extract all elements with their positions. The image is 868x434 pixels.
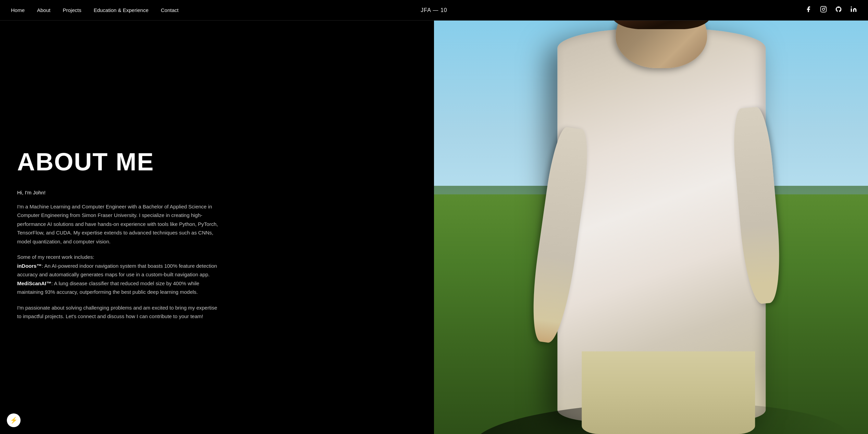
nav-links-left: Home About Projects Education & Experien… [11,7,178,13]
bottom-badge[interactable]: ⚡ [7,413,21,427]
nav-education[interactable]: Education & Experience [94,7,148,13]
svg-point-2 [824,7,826,8]
svg-rect-0 [821,7,827,12]
nav-home[interactable]: Home [11,7,25,13]
svg-point-3 [851,7,852,8]
person-hair [611,21,712,29]
about-body: I'm a Machine Learning and Computer Engi… [17,202,223,321]
person-head [616,21,707,68]
project1-name: inDoors™ [17,263,42,269]
recent-works-intro: Some of my recent work includes: inDoors… [17,253,223,297]
project2-name: MediScanAI™ [17,280,51,286]
about-title: ABOUT ME [17,148,417,176]
greeting-text: Hi, I'm John! [17,190,417,195]
closing-paragraph: I'm passionate about solving challenging… [17,303,223,321]
bio-paragraph: I'm a Machine Learning and Computer Engi… [17,202,223,246]
nav-about[interactable]: About [37,7,50,13]
person-pants [582,351,755,434]
about-content: ABOUT ME Hi, I'm John! I'm a Machine Lea… [0,21,434,434]
main-nav: Home About Projects Education & Experien… [0,0,868,21]
instagram-icon[interactable] [820,6,827,14]
github-icon[interactable] [835,6,842,14]
hero-image-panel [434,21,868,434]
hero-scene [434,21,868,434]
linkedin-icon[interactable] [850,6,857,14]
nav-contact[interactable]: Contact [161,7,179,13]
nav-brand: JFA — 10 [421,7,447,13]
nav-projects[interactable]: Projects [63,7,81,13]
page-container: ABOUT ME Hi, I'm John! I'm a Machine Lea… [0,0,868,434]
facebook-icon[interactable] [805,6,812,14]
project1-desc: : An AI-powered indoor navigation system… [17,263,217,278]
nav-social-icons [805,6,857,14]
lightning-icon: ⚡ [10,417,17,424]
svg-point-1 [822,8,825,11]
